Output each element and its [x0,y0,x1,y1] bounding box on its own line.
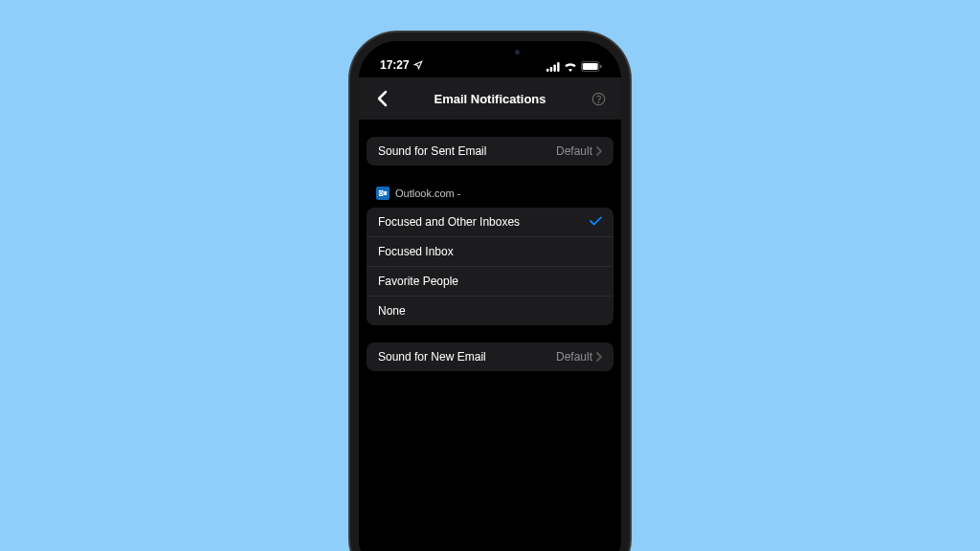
option-label: Focused and Other Inboxes [378,215,520,229]
option-focused-and-other[interactable]: Focused and Other Inboxes [367,208,613,236]
screen: 17:27 Email Notifications Sound for Sent… [359,41,621,551]
svg-point-8 [598,101,599,102]
battery-icon [581,61,602,72]
option-label: Focused Inbox [378,245,454,258]
sound-sent-row[interactable]: Sound for Sent Email Default [367,137,613,165]
svg-rect-0 [546,68,548,71]
svg-rect-3 [557,62,559,72]
back-button[interactable] [370,87,393,110]
row-value: Default [556,350,602,364]
location-icon [413,60,423,70]
status-left: 17:27 [380,58,423,72]
account-header-text: Outlook.com - [395,187,460,199]
chevron-right-icon [596,146,602,156]
option-label: None [378,304,406,318]
content: Sound for Sent Email Default O Outlook.c… [359,120,621,551]
svg-rect-2 [553,64,555,71]
help-button[interactable] [587,87,610,110]
nav-bar: Email Notifications [359,77,621,120]
svg-rect-6 [600,65,601,69]
row-value-text: Default [556,144,592,158]
outlook-icon: O [376,187,390,200]
option-label: Favorite People [378,275,458,288]
wifi-icon [564,62,577,72]
row-value-text: Default [556,350,592,364]
status-time: 17:27 [380,58,410,72]
option-none[interactable]: None [367,296,613,325]
sound-new-row[interactable]: Sound for New Email Default [367,342,613,371]
status-right [546,61,602,72]
check-icon [590,215,602,229]
svg-rect-5 [583,63,598,70]
notification-options: Focused and Other Inboxes Focused Inbox … [367,208,613,325]
page-title: Email Notifications [434,92,546,106]
row-label: Sound for New Email [378,350,486,364]
svg-text:O: O [379,191,383,196]
option-focused-inbox[interactable]: Focused Inbox [367,236,613,266]
row-label: Sound for Sent Email [378,144,486,158]
chevron-right-icon [596,352,602,362]
svg-rect-1 [550,67,552,72]
sound-sent-group: Sound for Sent Email Default [367,137,613,165]
row-value: Default [556,144,602,158]
chevron-left-icon [377,90,388,107]
account-header: O Outlook.com - [367,187,613,200]
phone-frame: 17:27 Email Notifications Sound for Sent… [359,41,621,551]
option-favorite-people[interactable]: Favorite People [367,266,613,296]
sound-new-group: Sound for New Email Default [367,342,613,371]
svg-rect-11 [384,191,387,195]
help-icon [591,92,606,106]
notch [437,41,543,62]
cellular-icon [546,62,560,72]
